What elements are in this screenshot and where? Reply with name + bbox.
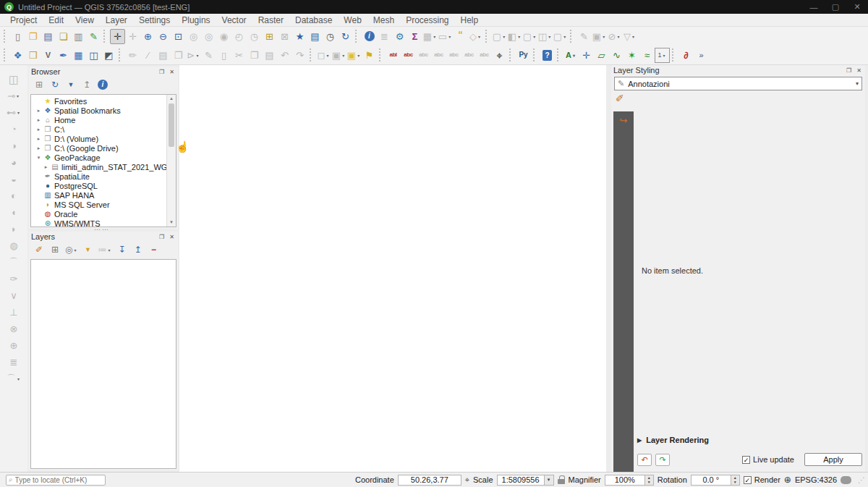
filter-by-expression-button[interactable]: ≔▾ [98, 244, 111, 255]
show-layout-manager-button[interactable]: ▥ [71, 29, 86, 44]
polygon-annotation-button[interactable]: ▱ [594, 48, 609, 63]
statistics-button[interactable]: Σ [407, 29, 422, 44]
extent-toggle-icon[interactable]: ⌖ [465, 475, 469, 485]
move-feature-button[interactable]: ⊳▾ [186, 48, 201, 63]
temporal-controller-button[interactable]: ◷ [323, 29, 338, 44]
close-panel-icon[interactable]: ✕ [168, 233, 176, 241]
new-virtual-layer-button[interactable]: ▦ [71, 48, 86, 63]
redo-style-button[interactable]: ↷ [655, 454, 670, 466]
float-panel-icon[interactable]: ❐ [845, 67, 853, 75]
save-project-button[interactable]: ▤ [41, 29, 56, 44]
magnifier-value[interactable]: 100% [605, 475, 645, 486]
expander-icon[interactable]: ▸ [35, 117, 43, 123]
refresh-browser-button[interactable]: ↻ [49, 79, 61, 90]
menu-edit[interactable]: Edit [43, 14, 69, 27]
messages-icon[interactable] [841, 476, 851, 484]
rotate-point-button[interactable]: ⌒▾ [2, 370, 25, 387]
collapse-all-layers-button[interactable]: ↥ [132, 244, 143, 255]
collapse-all-button[interactable]: ↥ [81, 79, 93, 90]
menu-plugins[interactable]: Plugins [176, 14, 216, 27]
apply-button[interactable]: Apply [804, 453, 862, 466]
trim-extend-button[interactable]: ⊥ [2, 304, 25, 321]
query-dropdown-button[interactable]: ◇▾ [468, 29, 483, 44]
layer-labeling-button[interactable]: abc [416, 48, 431, 63]
rotation-value[interactable]: 0.0 ° [691, 475, 731, 486]
zoom-native-button[interactable]: ◉ [216, 29, 231, 44]
filter-legend-button[interactable]: ▼ [82, 244, 93, 255]
menu-database[interactable]: Database [289, 14, 338, 27]
resize-grip[interactable]: ⋰ [858, 476, 865, 484]
browser-item-home[interactable]: ▸ ⌂ Home [31, 115, 166, 124]
scale-combo[interactable]: 1:5809556 ▾ [497, 475, 554, 486]
layer-select-combo[interactable]: ✎ Annotazioni ▾ [614, 77, 862, 90]
label-blocked-button[interactable]: abl [386, 48, 401, 63]
new-print-layout-button[interactable]: ❏ [56, 29, 71, 44]
marker-annotation-button[interactable]: ✶ [624, 48, 639, 63]
close-panel-icon[interactable]: ✕ [855, 67, 863, 75]
maximize-button[interactable]: ▢ [825, 0, 846, 14]
scale-value[interactable]: 1:5809556 [497, 475, 545, 486]
open-layer-styling-button[interactable]: ✐ [33, 244, 45, 255]
python-console-button[interactable]: Py [516, 48, 531, 63]
menu-processing[interactable]: Processing [400, 14, 454, 27]
select-features-button[interactable]: ▢▾ [492, 29, 507, 44]
zoom-in-button[interactable]: ⊕ [140, 29, 156, 44]
help-button[interactable]: ? [540, 48, 555, 63]
rotate-label-button[interactable]: abc [461, 48, 477, 63]
osm-place-search-button[interactable]: ∂ [678, 48, 694, 63]
browser-item-gpkg-file[interactable]: ▸ ▤ limiti_admin_STAT_2021_WGS84.gpkg [31, 162, 166, 171]
new-mesh-layer-button[interactable]: ◫ [86, 48, 101, 63]
menu-web[interactable]: Web [338, 14, 367, 27]
style-manager-button[interactable]: ✎ [86, 29, 101, 44]
annotation-tab-icon[interactable]: ↪ [620, 115, 628, 472]
ellipse-button[interactable]: ◒ [2, 171, 25, 187]
remove-layer-button[interactable]: − [148, 244, 159, 255]
layer-diagram-button[interactable]: abc [431, 48, 446, 63]
menu-vector[interactable]: Vector [216, 14, 252, 27]
menu-layer[interactable]: Layer [100, 14, 133, 27]
add-selected-layers-button[interactable]: ⊞ [33, 79, 45, 90]
expand-all-layers-button[interactable]: ↧ [116, 244, 127, 255]
scroll-down-icon[interactable]: ▼ [167, 219, 176, 226]
properties-widget-button[interactable]: i [97, 79, 109, 90]
layer-notes-button[interactable]: ▣▾ [346, 48, 362, 63]
circle-3points-button[interactable]: ◑ [2, 137, 25, 154]
run-feature-action-button[interactable]: ≣ [377, 29, 392, 44]
menu-project[interactable]: Project [4, 14, 43, 27]
deselect-region-button[interactable]: ▣▾ [331, 48, 346, 63]
paste-button[interactable]: ▤ [262, 48, 277, 63]
browser-item-d-volume[interactable]: ▸ ❐ D:\ (Volume) [31, 134, 166, 143]
magnifier-spinbox[interactable]: 100% ▲▼ [605, 475, 654, 486]
zoom-to-layer-button[interactable]: ◎ [201, 29, 216, 44]
toggle-editing-button[interactable]: ✏ [125, 48, 140, 63]
expander-icon[interactable]: ▸ [35, 145, 43, 151]
panel-splitter[interactable]: ⋯⋯ [94, 229, 113, 231]
deselect-features-button[interactable]: ▢▾ [522, 29, 537, 44]
close-button[interactable]: ✕ [846, 0, 868, 14]
circle-center-button[interactable]: ◕ [2, 154, 25, 171]
expand-arrow-icon[interactable]: ▶ [637, 437, 642, 444]
open-project-button[interactable]: ❐ [25, 29, 41, 44]
metasearch-button[interactable]: ⌖ [492, 48, 507, 63]
form-annotation-button[interactable]: 1▾ [655, 48, 670, 63]
select-region-button[interactable]: ◻▾ [316, 48, 331, 63]
copy-features-button[interactable]: ❐ [171, 48, 186, 63]
lock-scale-icon[interactable] [558, 479, 565, 484]
reshape-button[interactable]: ⊗ [2, 321, 25, 337]
copy-button[interactable]: ❐ [247, 48, 262, 63]
change-label-button[interactable]: abc [477, 48, 492, 63]
menu-help[interactable]: Help [455, 14, 485, 27]
float-panel-icon[interactable]: ❐ [158, 68, 166, 76]
float-panel-icon[interactable]: ❐ [158, 233, 166, 241]
crs-status[interactable]: EPSG:4326 [795, 475, 837, 484]
ellipse-extent-button[interactable]: ◐ [2, 187, 25, 204]
browser-item-oracle[interactable]: ◍ Oracle [31, 209, 166, 219]
cut-features-button[interactable]: ✂ [231, 48, 247, 63]
rotation-spinbox[interactable]: 0.0 ° ▲▼ [691, 475, 740, 486]
annotation-pen-button[interactable]: ✑ [2, 271, 25, 287]
toolbar-overflow-button[interactable]: » [694, 48, 709, 63]
new-spatialite-button[interactable]: ✒ [56, 48, 71, 63]
layout-ruler-button[interactable]: ◫ [2, 71, 25, 88]
offset-curve-button[interactable]: ≣ [2, 354, 25, 370]
filter-browser-button[interactable]: ▼ [65, 79, 77, 90]
